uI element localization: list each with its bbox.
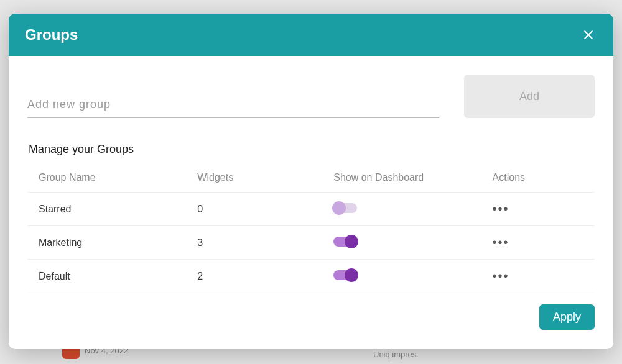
table-row: Starred 0 •••: [27, 193, 595, 226]
groups-modal: Groups Add Manage your Groups Group Name…: [9, 14, 613, 349]
add-group-input[interactable]: [27, 92, 439, 118]
col-header-actions: Actions: [481, 163, 595, 193]
col-header-show: Show on Dashboard: [322, 163, 481, 193]
group-widgets-cell: 0: [186, 193, 322, 226]
row-actions-button[interactable]: •••: [493, 202, 509, 215]
toggle-knob: [345, 235, 358, 248]
manage-groups-heading: Manage your Groups: [29, 143, 595, 156]
row-actions-button[interactable]: •••: [493, 270, 509, 282]
modal-body: Add Manage your Groups Group Name Widget…: [9, 56, 613, 349]
show-on-dashboard-toggle[interactable]: [333, 270, 357, 280]
modal-footer: Apply: [27, 293, 595, 330]
group-widgets-cell: 2: [186, 260, 322, 293]
row-actions-button[interactable]: •••: [493, 236, 509, 248]
groups-table: Group Name Widgets Show on Dashboard Act…: [27, 163, 595, 293]
close-icon: [582, 29, 595, 41]
table-row: Default 2 •••: [27, 260, 595, 293]
toggle-knob: [345, 268, 358, 282]
col-header-name: Group Name: [27, 163, 186, 193]
show-on-dashboard-toggle[interactable]: [333, 203, 357, 213]
more-icon: •••: [493, 202, 509, 216]
modal-header: Groups: [9, 14, 613, 56]
add-group-row: Add: [27, 75, 595, 118]
modal-title: Groups: [25, 26, 78, 43]
group-name-cell: Marketing: [27, 226, 186, 260]
add-group-button[interactable]: Add: [464, 75, 595, 118]
more-icon: •••: [493, 269, 509, 283]
close-button[interactable]: [580, 26, 597, 43]
toggle-knob: [332, 201, 346, 215]
group-name-cell: Default: [27, 260, 186, 293]
table-row: Marketing 3 •••: [27, 226, 595, 260]
more-icon: •••: [493, 235, 509, 249]
bg-stat-text: Uniq impres.: [373, 350, 419, 359]
group-widgets-cell: 3: [186, 226, 322, 260]
bg-stat-fragment: Uniq impres.: [373, 350, 419, 359]
show-on-dashboard-toggle[interactable]: [333, 237, 357, 247]
col-header-widgets: Widgets: [186, 163, 322, 193]
group-name-cell: Starred: [27, 193, 186, 226]
apply-button[interactable]: Apply: [539, 304, 595, 330]
